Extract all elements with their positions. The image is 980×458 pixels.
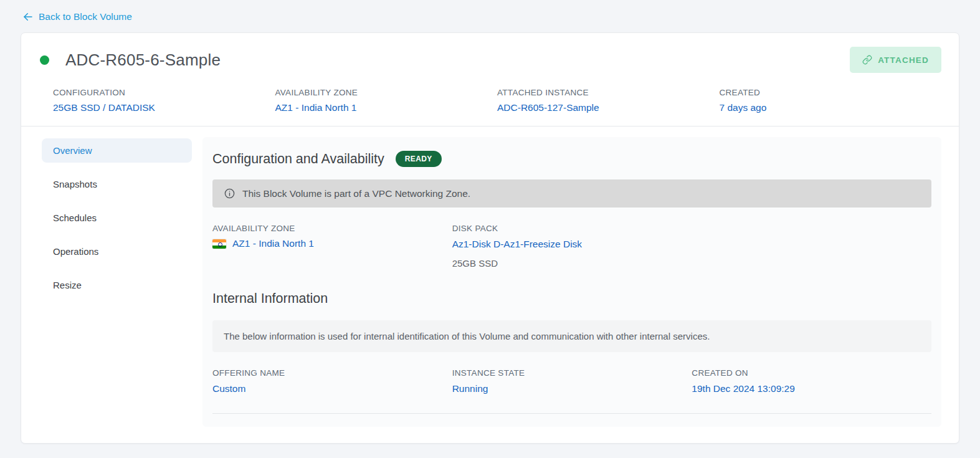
- disk-pack-value-link[interactable]: Az1-Disk D-Az1-Freesize Disk: [452, 239, 582, 250]
- link-chain-icon: [862, 55, 872, 65]
- india-flag-icon: [212, 239, 226, 249]
- vpc-info-banner: This Block Volume is part of a VPC Netwo…: [212, 179, 931, 208]
- instance-state-value-link[interactable]: Running: [452, 383, 488, 394]
- meta-label: ATTACHED INSTANCE: [497, 88, 720, 97]
- arrow-left-icon: [22, 11, 34, 22]
- vpc-banner-text: This Block Volume is part of a VPC Netwo…: [242, 188, 470, 199]
- created-link[interactable]: 7 days ago: [720, 102, 767, 113]
- card-header: ADC-R605-6-Sample ATTACHED: [21, 33, 959, 79]
- meta-label: CONFIGURATION: [53, 88, 275, 97]
- meta-attached-instance: ATTACHED INSTANCE ADC-R605-127-Sample: [497, 88, 720, 113]
- section-header-configuration: Configuration and Availability READY: [212, 151, 931, 167]
- field-availability-zone: AVAILABILITY ZONE AZ1 - India North 1: [212, 224, 452, 269]
- field-label: AVAILABILITY ZONE: [212, 224, 452, 233]
- title-wrap: ADC-R605-6-Sample: [40, 50, 221, 70]
- meta-created: CREATED 7 days ago: [720, 88, 942, 113]
- field-offering-name: OFFERING NAME Custom: [212, 368, 452, 394]
- content-panel: Configuration and Availability READY Thi…: [202, 137, 941, 427]
- field-label: DISK PACK: [452, 224, 692, 233]
- field-created-on: CREATED ON 19th Dec 2024 13:09:29: [692, 368, 931, 394]
- back-link-label: Back to Block Volume: [39, 11, 132, 22]
- ready-status-badge: READY: [396, 151, 442, 167]
- availability-zone-value-row: AZ1 - India North 1: [212, 238, 452, 249]
- sidebar-item-resize[interactable]: Resize: [42, 273, 192, 297]
- field-label: CREATED ON: [692, 368, 931, 378]
- created-on-value-link[interactable]: 19th Dec 2024 13:09:29: [692, 383, 794, 394]
- availability-zone-value-link[interactable]: AZ1 - India North 1: [232, 238, 314, 249]
- meta-label: CREATED: [720, 88, 942, 97]
- field-label: INSTANCE STATE: [452, 368, 692, 378]
- section-title-configuration-availability: Configuration and Availability: [212, 151, 384, 167]
- main-area: Overview Snapshots Schedules Operations …: [21, 126, 959, 443]
- sidebar-item-overview[interactable]: Overview: [42, 138, 192, 163]
- sidebar-item-snapshots[interactable]: Snapshots: [42, 172, 192, 196]
- configuration-link[interactable]: 25GB SSD / DATADISK: [53, 102, 155, 113]
- attached-status-badge: ATTACHED: [850, 47, 941, 73]
- section-title-internal-information: Internal Information: [212, 291, 931, 307]
- availability-zone-link[interactable]: AZ1 - India North 1: [275, 102, 357, 113]
- info-circle-icon: [224, 188, 235, 199]
- attached-instance-link[interactable]: ADC-R605-127-Sample: [497, 102, 599, 113]
- attached-badge-label: ATTACHED: [878, 55, 929, 65]
- sidebar-item-schedules[interactable]: Schedules: [42, 206, 192, 230]
- field-disk-pack: DISK PACK Az1-Disk D-Az1-Freesize Disk 2…: [452, 224, 692, 269]
- field-instance-state: INSTANCE STATE Running: [452, 368, 692, 394]
- meta-label: AVAILABILITY ZONE: [275, 88, 498, 97]
- sidebar-item-operations[interactable]: Operations: [42, 239, 192, 264]
- meta-row: CONFIGURATION 25GB SSD / DATADISK AVAILA…: [21, 79, 959, 126]
- disk-pack-size: 25GB SSD: [452, 258, 692, 269]
- internal-banner-text: The below information is used for intern…: [224, 331, 710, 341]
- offering-name-value-link[interactable]: Custom: [212, 383, 245, 394]
- sidebar: Overview Snapshots Schedules Operations …: [32, 137, 192, 307]
- configuration-fields: AVAILABILITY ZONE AZ1 - India North 1 DI…: [212, 224, 931, 269]
- internal-info-banner: The below information is used for intern…: [212, 320, 931, 352]
- page-title: ADC-R605-6-Sample: [65, 50, 221, 70]
- block-volume-detail-card: ADC-R605-6-Sample ATTACHED CONFIGURATION…: [21, 32, 959, 444]
- content-bottom-divider: [212, 413, 931, 427]
- meta-configuration: CONFIGURATION 25GB SSD / DATADISK: [53, 88, 275, 113]
- back-link[interactable]: Back to Block Volume: [22, 11, 132, 22]
- status-dot-icon: [40, 55, 49, 65]
- internal-fields: OFFERING NAME Custom INSTANCE STATE Runn…: [212, 368, 931, 394]
- field-label: OFFERING NAME: [212, 368, 452, 378]
- meta-availability-zone: AVAILABILITY ZONE AZ1 - India North 1: [275, 88, 498, 113]
